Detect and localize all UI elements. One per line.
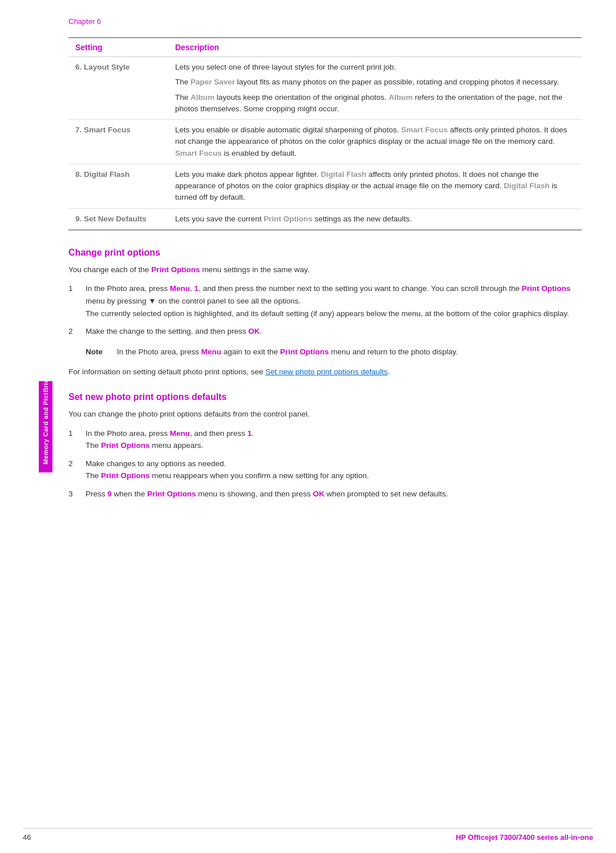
link-set-defaults[interactable]: Set new photo print options defaults (265, 367, 388, 376)
section-intro-change-print: You change each of the Print Options men… (68, 264, 582, 276)
table-row: 9. Set New Defaults Lets you save the cu… (68, 208, 582, 230)
page-footer: 46 HP Officejet 7300/7400 series all-in-… (23, 828, 593, 842)
step-number: 2 (68, 458, 86, 470)
table-header-description: Description (168, 38, 582, 57)
step-content: In the Photo area, press Menu, 1, and th… (86, 282, 582, 320)
sidebar-label: Memory Card and PictBridge (39, 381, 52, 472)
note-block: Note In the Photo area, press Menu again… (86, 346, 582, 358)
list-item: 3 Press 9 when the Print Options menu is… (68, 488, 582, 500)
setting-description: Lets you select one of three layout styl… (168, 57, 582, 120)
table-header-setting: Setting (68, 38, 168, 57)
step-number: 1 (68, 282, 86, 295)
setting-description: Lets you make dark photos appear lighter… (168, 164, 582, 208)
note-text: In the Photo area, press Menu again to e… (117, 346, 582, 358)
setting-label: 8. Digital Flash (68, 164, 168, 208)
note-label: Note (86, 346, 117, 358)
setting-label: 7. Smart Focus (68, 120, 168, 164)
setting-description: Lets you save the current Print Options … (168, 208, 582, 230)
section-footer-link: For information on setting default photo… (68, 366, 582, 378)
step-content: Make changes to any options as needed. T… (86, 458, 582, 482)
section-change-print-options: Change print options You change each of … (68, 248, 582, 378)
section-intro-set-defaults: You can change the photo print options d… (68, 408, 582, 421)
step-content: Make the change to the setting, and then… (86, 325, 582, 338)
step-number: 3 (68, 488, 86, 500)
set-defaults-steps: 1 In the Photo area, press Menu, and the… (68, 427, 582, 500)
setting-label: 9. Set New Defaults (68, 208, 168, 230)
change-print-steps: 1 In the Photo area, press Menu, 1, and … (68, 282, 582, 337)
setting-description: Lets you enable or disable automatic dig… (168, 120, 582, 164)
step-number: 1 (68, 427, 86, 440)
table-row: 8. Digital Flash Lets you make dark phot… (68, 164, 582, 208)
settings-table: Setting Description 6. Layout Style Lets… (68, 37, 582, 231)
list-item: 2 Make changes to any options as needed.… (68, 458, 582, 482)
list-item: 1 In the Photo area, press Menu, 1, and … (68, 282, 582, 320)
section-heading-set-defaults: Set new photo print options defaults (68, 392, 582, 402)
chapter-heading: Chapter 6 (68, 17, 582, 26)
step-content: In the Photo area, press Menu, and then … (86, 427, 582, 452)
table-row: 7. Smart Focus Lets you enable or disabl… (68, 120, 582, 164)
setting-label: 6. Layout Style (68, 57, 168, 120)
page-number: 46 (23, 833, 31, 842)
step-content: Press 9 when the Print Options menu is s… (86, 488, 582, 500)
list-item: 1 In the Photo area, press Menu, and the… (68, 427, 582, 452)
table-row: 6. Layout Style Lets you select one of t… (68, 57, 582, 120)
section-heading-change-print: Change print options (68, 248, 582, 258)
section-set-defaults: Set new photo print options defaults You… (68, 392, 582, 500)
step-number: 2 (68, 325, 86, 338)
product-name: HP Officejet 7300/7400 series all-in-one (456, 833, 593, 842)
list-item: 2 Make the change to the setting, and th… (68, 325, 582, 338)
